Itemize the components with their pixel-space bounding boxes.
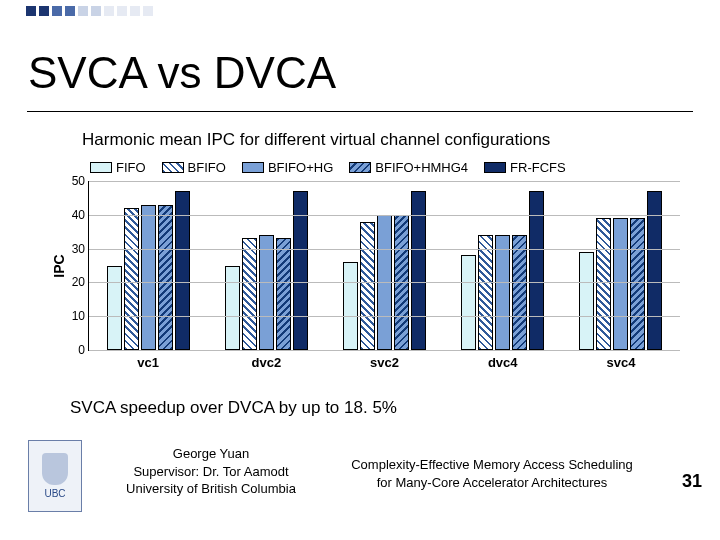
page-number: 31 [682,471,702,492]
bar-group: dvc2 [207,181,325,350]
y-tick-label: 0 [59,343,85,357]
legend-label: FR-FCFS [510,160,566,175]
chart-caption: Harmonic mean IPC for different virtual … [82,130,550,150]
bar [461,255,476,350]
category-label: dvc4 [444,355,562,370]
bar [259,235,274,350]
bar-group: vc1 [89,181,207,350]
y-tick-label: 10 [59,309,85,323]
gridline [89,249,680,250]
crest-icon [42,453,68,485]
category-label: dvc2 [207,355,325,370]
bar-groups: vc1dvc2svc2dvc4svc4 [89,181,680,350]
legend-label: BFIFO+HMHG4 [375,160,468,175]
slide-title: SVCA vs DVCA [28,48,336,98]
legend-item: BFIFO+HMHG4 [349,160,468,175]
legend: FIFOBFIFOBFIFO+HGBFIFO+HMHG4FR-FCFS [90,160,680,175]
ubc-logo: UBC [28,440,82,512]
legend-swatch [349,162,371,173]
legend-item: FR-FCFS [484,160,566,175]
gridline [89,215,680,216]
gridline [89,282,680,283]
bar [596,218,611,350]
y-tick-label: 50 [59,174,85,188]
legend-label: FIFO [116,160,146,175]
footer-talk-title: Complexity-Effective Memory Access Sched… [322,456,662,491]
legend-swatch [162,162,184,173]
chart: FIFOBFIFOBFIFO+HGBFIFO+HMHG4FR-FCFS IPC … [40,160,680,351]
author-name: George Yuan [116,445,306,463]
bar [495,235,510,350]
footer-author-block: George Yuan Supervisor: Dr. Tor Aamodt U… [116,445,306,498]
title-underline [27,111,693,112]
bar [360,222,375,350]
talk-title-line-1: Complexity-Effective Memory Access Sched… [322,456,662,474]
gridline [89,181,680,182]
bar [630,218,645,350]
legend-label: BFIFO+HG [268,160,333,175]
bar [478,235,493,350]
y-tick-label: 20 [59,275,85,289]
bar [141,205,156,350]
deco-squares [26,6,153,16]
bar [579,252,594,350]
bar [613,218,628,350]
legend-item: FIFO [90,160,146,175]
bar [225,266,240,351]
bar [124,208,139,350]
legend-swatch [90,162,112,173]
legend-swatch [484,162,506,173]
bar [242,238,257,350]
plot-area: IPC vc1dvc2svc2dvc4svc4 01020304050 [88,181,680,351]
legend-swatch [242,162,264,173]
y-tick-label: 30 [59,242,85,256]
category-label: vc1 [89,355,207,370]
bar [512,235,527,350]
bar-group: svc2 [325,181,443,350]
bar [276,238,291,350]
category-label: svc2 [325,355,443,370]
logo-text: UBC [44,488,65,499]
conclusion-text: SVCA speedup over DVCA by up to 18. 5% [70,398,397,418]
gridline [89,350,680,351]
y-axis-label: IPC [51,254,67,277]
y-tick-label: 40 [59,208,85,222]
institution-line: University of British Columbia [116,480,306,498]
talk-title-line-2: for Many-Core Accelerator Architectures [322,474,662,492]
category-label: svc4 [562,355,680,370]
supervisor-line: Supervisor: Dr. Tor Aamodt [116,463,306,481]
legend-item: BFIFO+HG [242,160,333,175]
legend-item: BFIFO [162,160,226,175]
bar-group: svc4 [562,181,680,350]
bar [343,262,358,350]
legend-label: BFIFO [188,160,226,175]
bar [107,266,122,351]
gridline [89,316,680,317]
bar-group: dvc4 [444,181,562,350]
bar [158,205,173,350]
